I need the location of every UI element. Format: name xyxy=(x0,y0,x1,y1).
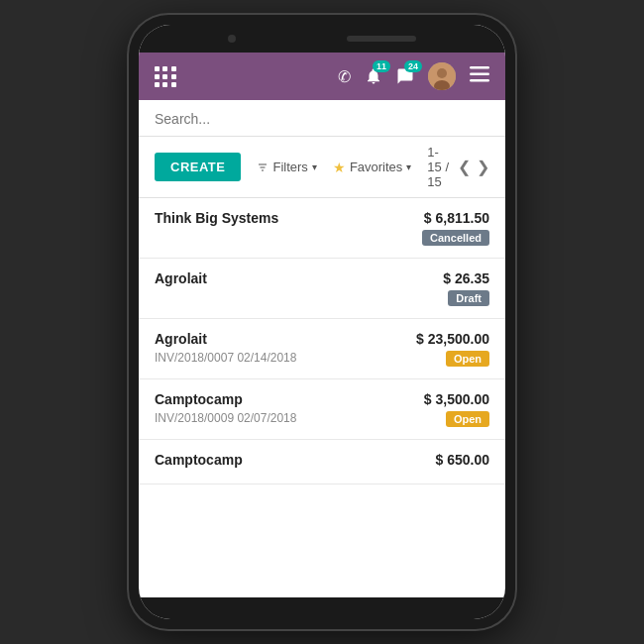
hamburger-menu[interactable] xyxy=(470,66,489,86)
item-name: Agrolait xyxy=(155,270,207,286)
prev-page-button[interactable]: ❮ xyxy=(458,158,471,176)
phone-screen: ✆ 11 24 xyxy=(139,25,505,619)
item-left: Camptocamp xyxy=(155,452,243,472)
item-amount: $ 26.35 xyxy=(443,270,489,286)
item-amount: $ 3,500.00 xyxy=(424,391,489,407)
item-name: Agrolait xyxy=(155,331,296,347)
notifications-badge: 11 xyxy=(373,60,390,72)
item-left: Camptocamp INV/2018/0009 02/07/2018 xyxy=(155,391,296,425)
status-badge: Open xyxy=(446,351,489,367)
menu-icon xyxy=(470,66,489,82)
speaker-grille xyxy=(347,36,416,42)
item-ref: INV/2018/0009 02/07/2018 xyxy=(155,411,296,425)
phone-icon: ✆ xyxy=(338,67,351,86)
header-icons: ✆ 11 24 xyxy=(338,62,489,90)
item-right: $ 650.00 xyxy=(436,452,490,468)
chat-icon-wrapper[interactable]: 24 xyxy=(396,67,414,85)
toolbar: CREATE Filters ▾ ★ Favorites ▾ 1-15 / 15… xyxy=(139,137,505,198)
pagination: 1-15 / 15 ❮ ❯ xyxy=(427,145,489,189)
svg-rect-4 xyxy=(470,73,489,76)
filter-chevron: ▾ xyxy=(312,161,317,172)
filter-label: Filters xyxy=(272,160,307,174)
avatar-icon xyxy=(428,62,456,90)
list-item[interactable]: Camptocamp $ 650.00 xyxy=(139,440,505,484)
status-badge: Open xyxy=(446,411,489,427)
phone-top-bar xyxy=(139,25,505,53)
search-input[interactable] xyxy=(155,111,489,127)
filter-icon xyxy=(257,161,268,173)
status-badge: Draft xyxy=(448,290,489,306)
notifications-icon-wrapper[interactable]: 11 xyxy=(365,67,382,85)
avatar[interactable] xyxy=(428,62,456,90)
svg-point-1 xyxy=(437,68,447,78)
app-header: ✆ 11 24 xyxy=(139,53,505,100)
phone-icon-wrapper[interactable]: ✆ xyxy=(338,67,351,86)
svg-rect-3 xyxy=(470,66,489,69)
item-left: Agrolait xyxy=(155,270,207,290)
list-item[interactable]: Agrolait INV/2018/0007 02/14/2018 $ 23,5… xyxy=(139,319,505,379)
create-button[interactable]: CREATE xyxy=(155,153,241,181)
phone-bottom-bar xyxy=(139,597,505,619)
item-right: $ 3,500.00 Open xyxy=(424,391,489,427)
item-ref: INV/2018/0007 02/14/2018 xyxy=(155,351,296,365)
list-item[interactable]: Camptocamp INV/2018/0009 02/07/2018 $ 3,… xyxy=(139,379,505,440)
item-left: Think Big Systems xyxy=(155,210,278,230)
pagination-text: 1-15 / 15 xyxy=(427,145,452,189)
list-item[interactable]: Think Big Systems $ 6,811.50 Cancelled xyxy=(139,198,505,259)
item-right: $ 23,500.00 Open xyxy=(416,331,489,367)
invoice-list: Think Big Systems $ 6,811.50 Cancelled A… xyxy=(139,198,505,597)
item-name: Camptocamp xyxy=(155,391,296,407)
camera-dot xyxy=(228,35,236,43)
status-badge: Cancelled xyxy=(422,230,489,246)
item-right: $ 26.35 Draft xyxy=(443,270,489,306)
search-bar xyxy=(139,100,505,137)
filter-button[interactable]: Filters ▾ xyxy=(257,160,316,174)
favorites-chevron: ▾ xyxy=(406,161,411,172)
item-amount: $ 650.00 xyxy=(436,452,490,468)
next-page-button[interactable]: ❯ xyxy=(477,158,489,176)
item-name: Think Big Systems xyxy=(155,210,278,226)
item-amount: $ 23,500.00 xyxy=(416,331,489,347)
item-right: $ 6,811.50 Cancelled xyxy=(422,210,489,246)
item-amount: $ 6,811.50 xyxy=(424,210,489,226)
phone-device: ✆ 11 24 xyxy=(129,15,515,629)
favorites-button[interactable]: ★ Favorites ▾ xyxy=(333,160,411,175)
svg-rect-5 xyxy=(470,79,489,82)
list-item[interactable]: Agrolait $ 26.35 Draft xyxy=(139,259,505,319)
chat-badge: 24 xyxy=(404,60,422,72)
item-left: Agrolait INV/2018/0007 02/14/2018 xyxy=(155,331,296,365)
star-icon: ★ xyxy=(333,160,346,175)
grid-menu-icon[interactable] xyxy=(155,66,176,87)
item-name: Camptocamp xyxy=(155,452,243,468)
favorites-label: Favorites xyxy=(350,160,402,174)
